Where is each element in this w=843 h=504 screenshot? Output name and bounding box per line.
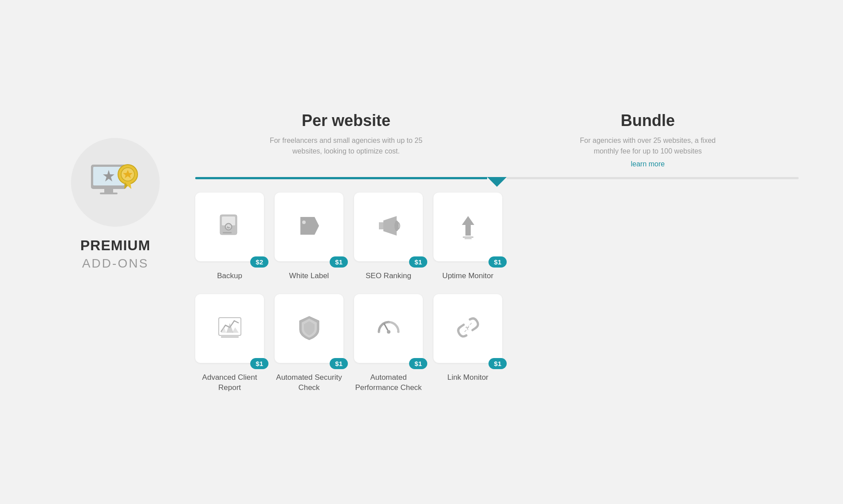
divider-line-right [507, 177, 799, 179]
svg-marker-23 [232, 327, 239, 333]
per-website-title: Per website [204, 111, 488, 130]
security-name: Automated Security Check [275, 373, 343, 392]
addons-label: ADD-ONS [82, 256, 149, 271]
backup-icon [217, 213, 243, 239]
per-website-header: Per website For freelancers and small ag… [195, 111, 497, 177]
security-price-badge: $1 [330, 358, 348, 369]
performance-icon-wrap [373, 312, 404, 343]
client-report-icon [217, 314, 243, 341]
white-label-icon-wrap [294, 210, 325, 241]
link-monitor-price-badge: $1 [488, 358, 507, 369]
column-headers: Per website For freelancers and small ag… [195, 111, 799, 177]
per-website-desc: For freelancers and small agencies with … [266, 135, 426, 157]
white-label-name: White Label [289, 271, 329, 281]
performance-check-icon [375, 314, 402, 341]
page-wrapper: PREMIUM ADD-ONS Per website For freelanc… [0, 0, 843, 504]
addons-grid: $2 Backup [195, 193, 799, 392]
addon-white-label-card: $1 [275, 193, 343, 261]
seo-name: SEO Ranking [366, 271, 411, 281]
client-report-icon-wrap [214, 312, 245, 343]
client-report-name: Advanced Client Report [195, 373, 264, 392]
seo-ranking-icon [375, 213, 402, 239]
divider-line-left [195, 177, 487, 179]
addon-backup-wrapper: $2 Backup [195, 193, 264, 281]
backup-icon-wrap [214, 210, 245, 241]
addon-client-report-wrapper: $1 Advanced Client Report [195, 294, 264, 392]
addon-link-monitor-card: $1 [433, 294, 502, 363]
svg-rect-24 [221, 336, 239, 338]
svg-rect-11 [223, 232, 232, 233]
uptime-icon-wrap [453, 210, 484, 241]
badge-circle [71, 138, 160, 227]
link-monitor-icon [455, 314, 481, 341]
main-container: PREMIUM ADD-ONS Per website For freelanc… [44, 111, 799, 392]
svg-point-15 [302, 220, 306, 224]
performance-price-badge: $1 [409, 358, 427, 369]
security-check-icon [296, 314, 323, 341]
seo-price-badge: $1 [409, 256, 427, 268]
addon-client-report-card: $1 [195, 294, 264, 363]
link-monitor-icon-wrap [453, 312, 484, 343]
backup-name: Backup [217, 271, 242, 281]
seo-icon-wrap [373, 210, 404, 241]
bundle-desc: For agencies with over 25 websites, a fi… [568, 135, 728, 157]
security-icon-wrap [294, 312, 325, 343]
addons-row-1: $2 Backup [195, 193, 799, 281]
premium-badge-icon [89, 160, 142, 205]
white-label-price-badge: $1 [330, 256, 348, 268]
svg-point-26 [387, 330, 390, 334]
svg-rect-19 [465, 238, 472, 239]
premium-label: PREMIUM [80, 237, 150, 254]
svg-line-31 [470, 323, 472, 325]
bundle-header: Bundle For agencies with over 25 website… [497, 111, 799, 177]
addon-white-label-wrapper: $1 White Label [275, 193, 343, 281]
svg-rect-3 [100, 193, 118, 194]
divider-row [195, 177, 799, 179]
svg-point-16 [394, 220, 399, 231]
svg-line-30 [465, 330, 466, 332]
addons-row-2: $1 Advanced Client Report [195, 294, 799, 392]
addon-security-card: $1 [275, 294, 343, 363]
addon-uptime-card: $1 [433, 193, 502, 261]
learn-more-link[interactable]: learn more [506, 160, 790, 168]
performance-name: Automated Performance Check [354, 373, 423, 392]
addon-uptime-wrapper: $1 Uptime Monitor [433, 193, 502, 281]
addon-backup-card: $2 [195, 193, 264, 261]
content-area: Per website For freelancers and small ag… [186, 111, 799, 392]
addon-seo-wrapper: $1 SEO Ranking [354, 193, 423, 281]
uptime-price-badge: $1 [488, 256, 507, 268]
bundle-title: Bundle [506, 111, 790, 130]
backup-price-badge: $2 [250, 256, 268, 268]
addon-performance-wrapper: $1 Automated Performance Check [354, 294, 423, 392]
addon-seo-card: $1 [354, 193, 423, 261]
white-label-icon [296, 213, 323, 239]
uptime-monitor-icon [455, 213, 481, 239]
addon-security-wrapper: $1 Automated Security Check [275, 294, 343, 392]
svg-marker-21 [221, 327, 226, 333]
client-report-price-badge: $1 [250, 358, 268, 369]
addon-performance-card: $1 [354, 294, 423, 363]
svg-marker-17 [462, 216, 474, 236]
link-monitor-name: Link Monitor [447, 373, 488, 382]
sidebar: PREMIUM ADD-ONS [44, 111, 186, 271]
svg-rect-2 [104, 189, 113, 193]
addon-link-monitor-wrapper: $1 Link Monitor [433, 294, 502, 392]
divider-triangle [487, 177, 507, 187]
svg-rect-18 [463, 236, 473, 238]
uptime-name: Uptime Monitor [442, 271, 493, 281]
